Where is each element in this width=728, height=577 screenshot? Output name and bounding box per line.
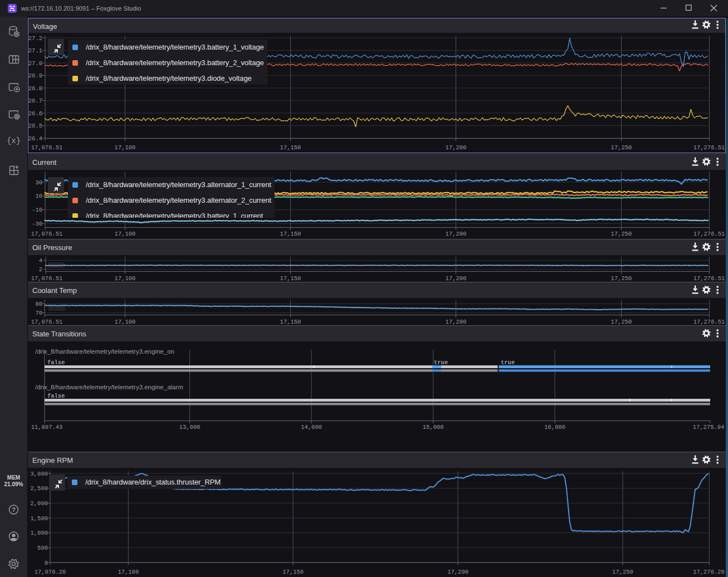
- svg-text:0: 0: [45, 560, 48, 566]
- svg-text:17,100: 17,100: [118, 569, 139, 575]
- svg-text:500: 500: [37, 545, 48, 551]
- svg-text:17,250: 17,250: [612, 569, 633, 575]
- svg-text:17,200: 17,200: [447, 569, 468, 575]
- svg-text:17,150: 17,150: [282, 569, 304, 575]
- svg-text:17,276.26: 17,276.26: [693, 569, 725, 575]
- svg-text:2,000: 2,000: [30, 500, 48, 507]
- svg-text:17,076.26: 17,076.26: [35, 569, 66, 575]
- svg-text:3,000: 3,000: [30, 471, 48, 477]
- svg-text:1,000: 1,000: [30, 530, 48, 536]
- svg-text:2,500: 2,500: [30, 485, 48, 492]
- svg-text:1,500: 1,500: [30, 515, 48, 522]
